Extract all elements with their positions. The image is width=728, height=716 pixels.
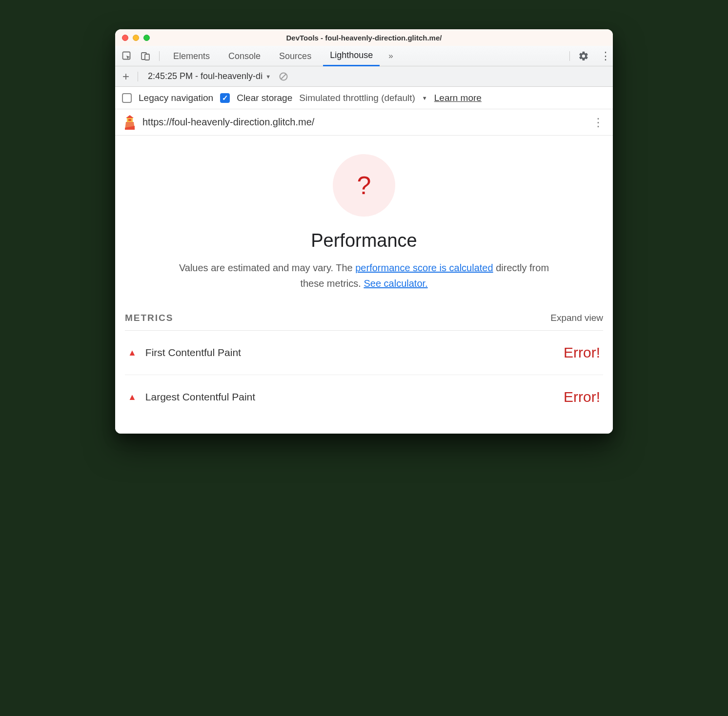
performance-score-gauge: ?: [333, 154, 395, 217]
divider: [569, 51, 570, 61]
error-triangle-icon: ▲: [128, 392, 137, 402]
error-triangle-icon: ▲: [128, 348, 137, 358]
more-menu-icon[interactable]: ⋮: [598, 50, 613, 62]
clear-storage-label: Clear storage: [237, 93, 292, 103]
expand-view-toggle[interactable]: Expand view: [550, 313, 603, 323]
clear-storage-checkbox[interactable]: ✓: [220, 93, 230, 103]
main-tabbar: Elements Console Sources Lighthouse » ⋮: [115, 46, 613, 66]
report-url-bar: https://foul-heavenly-direction.glitch.m…: [115, 109, 613, 136]
performance-description: Values are estimated and may vary. The p…: [174, 260, 554, 291]
lighthouse-toolbar: + 2:45:25 PM - foul-heavenly-di ▼: [115, 66, 613, 87]
desc-text: Values are estimated and may vary. The: [179, 262, 355, 273]
metric-value: Error!: [564, 344, 600, 361]
throttling-dropdown-icon[interactable]: ▼: [422, 95, 427, 101]
svg-rect-7: [128, 119, 131, 121]
report-url: https://foul-heavenly-direction.glitch.m…: [142, 117, 314, 128]
metrics-heading: METRICS: [125, 313, 174, 323]
metric-row: ▲ Largest Contentful Paint Error!: [125, 375, 603, 419]
tab-elements[interactable]: Elements: [166, 46, 217, 66]
new-report-button[interactable]: +: [121, 70, 131, 83]
inspect-element-icon[interactable]: [120, 49, 134, 63]
divider: [159, 51, 160, 61]
settings-gear-icon[interactable]: [577, 49, 590, 63]
legacy-navigation-checkbox[interactable]: [122, 93, 132, 103]
device-toolbar-icon[interactable]: [139, 49, 152, 63]
tab-console[interactable]: Console: [222, 46, 267, 66]
score-calc-link[interactable]: performance score is calculated: [355, 262, 493, 273]
report-selector-label: 2:45:25 PM - foul-heavenly-di: [148, 71, 263, 81]
report-content: ? Performance Values are estimated and m…: [115, 136, 613, 434]
divider: [138, 72, 138, 81]
lighthouse-icon: [124, 115, 135, 130]
see-calculator-link[interactable]: See calculator.: [364, 278, 427, 289]
tab-sources[interactable]: Sources: [272, 46, 318, 66]
throttling-label: Simulated throttling (default): [299, 93, 415, 103]
legacy-navigation-label: Legacy navigation: [139, 93, 213, 103]
lighthouse-options: Legacy navigation ✓ Clear storage Simula…: [115, 87, 613, 109]
svg-rect-2: [145, 54, 149, 60]
metrics-section: METRICS Expand view ▲ First Contentful P…: [115, 313, 613, 419]
metric-name: First Contentful Paint: [145, 347, 555, 358]
score-glyph: ?: [357, 171, 371, 200]
report-menu-icon[interactable]: ⋮: [592, 116, 604, 129]
window-title: DevTools - foul-heavenly-direction.glitc…: [115, 34, 613, 42]
tab-lighthouse[interactable]: Lighthouse: [323, 45, 380, 66]
performance-title: Performance: [311, 230, 417, 251]
report-selector[interactable]: 2:45:25 PM - foul-heavenly-di ▼: [145, 71, 274, 81]
devtools-window: DevTools - foul-heavenly-direction.glitc…: [115, 29, 613, 434]
metric-name: Largest Contentful Paint: [145, 391, 555, 403]
svg-marker-5: [126, 115, 134, 118]
metric-row: ▲ First Contentful Paint Error!: [125, 331, 603, 375]
svg-line-4: [281, 74, 286, 79]
titlebar: DevTools - foul-heavenly-direction.glitc…: [115, 29, 613, 46]
metric-value: Error!: [564, 389, 600, 405]
dropdown-triangle-icon: ▼: [265, 74, 271, 80]
clear-all-icon[interactable]: [279, 72, 288, 81]
learn-more-link[interactable]: Learn more: [434, 93, 482, 103]
tabs-overflow-icon[interactable]: »: [384, 51, 397, 61]
